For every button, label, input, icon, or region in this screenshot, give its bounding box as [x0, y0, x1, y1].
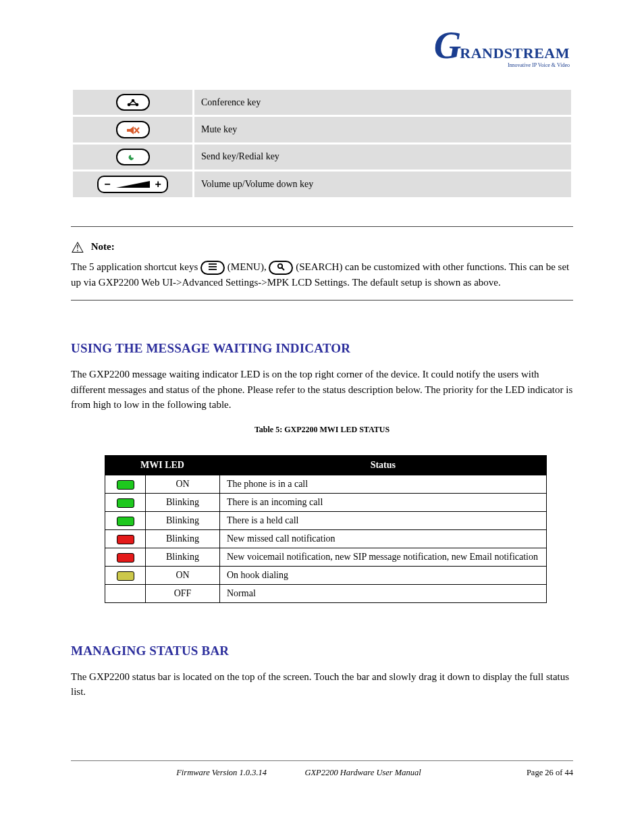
mwi-status: There is an incoming call	[220, 493, 547, 511]
table-row: OFF Normal	[105, 584, 547, 602]
svg-line-12	[282, 268, 285, 271]
footer-firmware: Firmware Version 1.0.3.14	[176, 768, 267, 777]
key-icon-cell	[72, 116, 194, 143]
key-desc-cell: Send key/Redial key	[194, 143, 572, 170]
table-row: Mute key	[72, 116, 572, 143]
hardware-keys-table: Conference key Mute key	[71, 88, 573, 199]
note-text-1: The 5 application shortcut keys	[71, 261, 200, 272]
mwi-pattern: Blinking	[146, 529, 220, 548]
led-green-icon	[117, 517, 134, 526]
note-body: The 5 application shortcut keys (MENU), …	[71, 259, 573, 291]
svg-line-3	[129, 101, 133, 105]
led-red-icon	[117, 553, 134, 563]
mwi-status: New missed call notification	[220, 529, 547, 548]
send-redial-icon	[116, 149, 150, 165]
led-green-icon	[117, 480, 134, 490]
table-row: − + Volume up/Volume down key	[72, 170, 572, 198]
conference-icon	[116, 94, 150, 111]
key-desc-cell: Conference key	[194, 89, 572, 116]
mwi-pattern: OFF	[146, 584, 220, 602]
mwi-status: New voicemail notification, new SIP mess…	[220, 548, 547, 566]
plus-icon: +	[153, 178, 164, 190]
mwi-table-caption: Table 5: GXP2200 MWI LED STATUS	[71, 425, 573, 435]
note-text-2: (MENU),	[227, 261, 269, 272]
note-block: ⚠ Note: The 5 application shortcut keys …	[71, 236, 573, 291]
table-row: Blinking New missed call notification	[105, 529, 547, 548]
divider	[71, 226, 573, 227]
mwi-status: Normal	[220, 584, 547, 602]
warning-icon: ⚠	[71, 239, 84, 256]
key-icon-cell	[72, 143, 194, 170]
logo-word: RANDSTREAM	[460, 45, 570, 61]
mwi-header-led: MWI LED	[105, 455, 220, 475]
table-row: Send key/Redial key	[72, 143, 572, 170]
table-row: Blinking There is an incoming call	[105, 493, 547, 511]
key-desc-cell: Mute key	[194, 116, 572, 143]
mwi-status: There is a held call	[220, 511, 547, 529]
section-heading-statusbar: MANAGING STATUS BAR	[71, 644, 573, 658]
table-row: ON On hook dialing	[105, 566, 547, 584]
mwi-header-status: Status	[220, 455, 547, 475]
key-icon-cell	[72, 89, 194, 116]
divider	[71, 300, 573, 301]
mwi-status: On hook dialing	[220, 566, 547, 584]
table-row: Conference key	[72, 89, 572, 116]
table-row: Blinking There is a held call	[105, 511, 547, 529]
menu-key-icon	[200, 261, 225, 275]
table-row: ON The phone is in a call	[105, 475, 547, 493]
wedge-icon	[116, 181, 150, 188]
key-desc-cell: Volume up/Volume down key	[194, 170, 572, 198]
mwi-status: The phone is in a call	[220, 475, 547, 493]
search-key-icon	[269, 261, 293, 275]
svg-point-11	[278, 264, 282, 268]
footer-title: GXP2200 Hardware User Manual	[304, 768, 421, 777]
mwi-intro: The GXP2200 message waiting indicator LE…	[71, 367, 573, 413]
footer-page: Page 26 of 44	[527, 768, 573, 778]
minus-icon: −	[101, 178, 113, 190]
mwi-table: MWI LED Status ON The phone is in a call…	[105, 455, 547, 603]
led-amber-icon	[117, 571, 134, 581]
page-footer: Firmware Version 1.0.3.14 GXP2200 Hardwa…	[71, 760, 573, 778]
mwi-pattern: Blinking	[146, 493, 220, 511]
mwi-pattern: Blinking	[146, 548, 220, 566]
logo-script-g: G	[434, 24, 460, 66]
section-heading-mwi: USING THE MESSAGE WAITING INDICATOR	[71, 341, 573, 356]
led-red-icon	[117, 535, 134, 544]
volume-icon: − +	[97, 176, 168, 193]
note-label: Note:	[91, 241, 115, 252]
brand-logo: GRANDSTREAM Innovative IP Voice & Video	[434, 32, 570, 68]
table-row: Blinking New voicemail notification, new…	[105, 548, 547, 566]
mwi-pattern: ON	[146, 566, 220, 584]
svg-line-4	[133, 101, 137, 105]
mwi-pattern: Blinking	[146, 511, 220, 529]
statusbar-body: The GXP2200 status bar is located on the…	[71, 669, 573, 700]
mwi-pattern: ON	[146, 475, 220, 493]
key-icon-cell: − +	[72, 170, 194, 198]
led-green-icon	[117, 498, 134, 508]
mute-icon	[116, 121, 150, 138]
